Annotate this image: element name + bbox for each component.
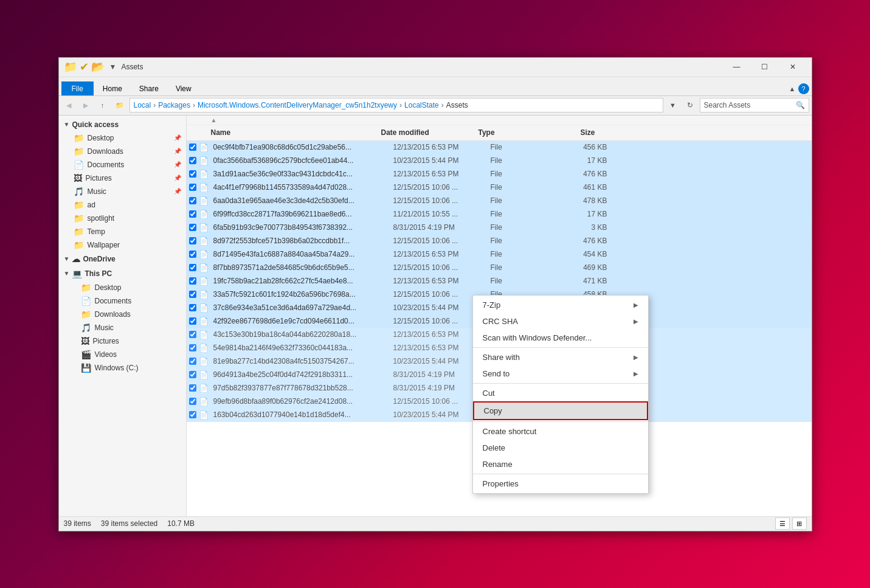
file-row-checkbox[interactable] — [187, 358, 199, 365]
ctx-item-defender[interactable]: Scan with Windows Defender... — [473, 330, 648, 346]
sidebar-item-pc-videos[interactable]: 🎬 Videos — [59, 348, 186, 361]
sidebar-section-quick-access[interactable]: ▼ Quick access — [59, 118, 186, 131]
tab-share[interactable]: Share — [131, 81, 167, 95]
close-button[interactable]: ✕ — [779, 57, 807, 77]
back-button[interactable]: ◀ — [61, 98, 76, 112]
file-checkbox[interactable] — [189, 277, 196, 285]
file-row-checkbox[interactable] — [187, 224, 199, 231]
tab-file[interactable]: File — [61, 81, 94, 95]
col-header-size[interactable]: Size — [539, 128, 600, 137]
details-view-button[interactable]: ☰ — [775, 517, 790, 530]
refresh-button[interactable]: ↻ — [683, 98, 697, 112]
file-checkbox[interactable] — [189, 331, 196, 338]
file-row-checkbox[interactable] — [187, 277, 199, 285]
file-checkbox[interactable] — [189, 411, 196, 418]
table-row[interactable]: 📄 0fac3566baf536896c2579bcfc6ee01ab44...… — [187, 154, 812, 168]
table-row[interactable]: 📄 8f7bb8973571a2de584685c9b6dc65b9e5... … — [187, 261, 812, 275]
sidebar-item-ad[interactable]: 📁 ad — [59, 198, 186, 212]
ctx-item-send-to[interactable]: Send to ▶ — [473, 365, 648, 382]
breadcrumb-local[interactable]: Local — [134, 101, 151, 109]
recent-locations-button[interactable]: 📁 — [112, 98, 127, 112]
table-row[interactable]: 📄 0ec9f4bfb71ea908c68d6c05d1c29abe56... … — [187, 141, 812, 154]
breadcrumb-manager[interactable]: Microsoft.Windows.ContentDeliveryManager… — [198, 101, 397, 109]
file-checkbox[interactable] — [189, 344, 196, 351]
table-row[interactable]: 📄 8d972f2553bfce571b398b6a02bccdbb1f... … — [187, 235, 812, 248]
sidebar-item-pc-pictures[interactable]: 🖼 Pictures — [59, 334, 186, 348]
file-row-checkbox[interactable] — [187, 184, 199, 191]
file-checkbox[interactable] — [189, 304, 196, 311]
ctx-item-share-with[interactable]: Share with ▶ — [473, 349, 648, 365]
table-row[interactable]: 📄 8d71495e43fa1c6887a8840aa45ba74a29... … — [187, 248, 812, 261]
file-row-checkbox[interactable] — [187, 371, 199, 378]
sidebar-item-pc-downloads[interactable]: 📁 Downloads — [59, 308, 186, 321]
sidebar-item-documents-quick[interactable]: 📄 Documents 📌 — [59, 158, 186, 171]
file-checkbox[interactable] — [189, 264, 196, 271]
file-checkbox[interactable] — [189, 224, 196, 231]
sidebar-item-spotlight[interactable]: 📁 spotlight — [59, 212, 186, 225]
ctx-item-rename[interactable]: Rename — [473, 456, 648, 472]
file-checkbox[interactable] — [189, 317, 196, 325]
file-row-checkbox[interactable] — [187, 384, 199, 392]
file-checkbox[interactable] — [189, 184, 196, 191]
tab-home[interactable]: Home — [95, 81, 130, 95]
sidebar-item-pc-windows[interactable]: 💾 Windows (C:) — [59, 361, 186, 375]
file-row-checkbox[interactable] — [187, 170, 199, 178]
file-row-checkbox[interactable] — [187, 210, 199, 218]
ctx-item-crcsha[interactable]: CRC SHA ▶ — [473, 313, 648, 330]
sidebar-item-wallpaper[interactable]: 📁 Wallpaper — [59, 238, 186, 252]
breadcrumb-packages[interactable]: Packages — [158, 101, 190, 109]
table-row[interactable]: 📄 6fa5b91b93c9e700773b849543f6738392... … — [187, 221, 812, 235]
sidebar-section-onedrive[interactable]: ▼ ☁ OneDrive — [59, 252, 186, 266]
file-row-checkbox[interactable] — [187, 331, 199, 338]
sidebar-item-music-quick[interactable]: 🎵 Music 📌 — [59, 185, 186, 198]
file-row-checkbox[interactable] — [187, 264, 199, 271]
file-checkbox[interactable] — [189, 371, 196, 378]
help-icon[interactable]: ? — [798, 83, 809, 94]
col-header-type[interactable]: Type — [478, 128, 539, 137]
ctx-item-delete[interactable]: Delete — [473, 440, 648, 456]
tab-view[interactable]: View — [168, 81, 199, 95]
search-input[interactable] — [704, 101, 796, 109]
file-checkbox[interactable] — [189, 197, 196, 204]
file-row-checkbox[interactable] — [187, 411, 199, 418]
file-checkbox[interactable] — [189, 144, 196, 151]
col-header-name[interactable]: Name — [187, 128, 381, 137]
sidebar-item-pc-music[interactable]: 🎵 Music — [59, 321, 186, 334]
file-row-checkbox[interactable] — [187, 304, 199, 311]
sidebar-item-pc-documents[interactable]: 📄 Documents — [59, 294, 186, 308]
sidebar-item-downloads-quick[interactable]: 📁 Downloads 📌 — [59, 145, 186, 158]
sidebar-section-thispc[interactable]: ▼ 💻 This PC — [59, 266, 186, 281]
forward-button[interactable]: ▶ — [78, 98, 93, 112]
file-checkbox[interactable] — [189, 170, 196, 178]
sidebar-item-desktop-quick[interactable]: 📁 Desktop 📌 — [59, 131, 186, 145]
ctx-item-7zip[interactable]: 7-Zip ▶ — [473, 297, 648, 313]
minimize-button[interactable]: — — [723, 57, 751, 77]
file-row-checkbox[interactable] — [187, 317, 199, 325]
file-checkbox[interactable] — [189, 384, 196, 392]
large-icons-view-button[interactable]: ⊞ — [792, 517, 807, 530]
col-header-date[interactable]: Date modified — [381, 128, 478, 137]
dropdown-locations-button[interactable]: ▼ — [666, 98, 680, 112]
ctx-item-copy[interactable]: Copy — [473, 401, 648, 420]
sidebar-item-temp[interactable]: 📁 Temp — [59, 225, 186, 238]
file-row-checkbox[interactable] — [187, 197, 199, 204]
file-row-checkbox[interactable] — [187, 291, 199, 298]
sidebar-item-pc-desktop[interactable]: 📁 Desktop — [59, 281, 186, 294]
ctx-item-cut[interactable]: Cut — [473, 385, 648, 401]
file-checkbox[interactable] — [189, 398, 196, 405]
table-row[interactable]: 📄 4ac4f1ef79968b11455733589a4d47d028... … — [187, 181, 812, 195]
file-row-checkbox[interactable] — [187, 344, 199, 351]
file-row-checkbox[interactable] — [187, 157, 199, 164]
table-row[interactable]: 📄 19fc758b9ac21ab28fc662c27fc54aeb4e8...… — [187, 275, 812, 288]
file-row-checkbox[interactable] — [187, 237, 199, 244]
maximize-button[interactable]: ☐ — [751, 57, 779, 77]
ctx-item-properties[interactable]: Properties — [473, 476, 648, 492]
file-row-checkbox[interactable] — [187, 251, 199, 258]
file-checkbox[interactable] — [189, 210, 196, 218]
file-checkbox[interactable] — [189, 251, 196, 258]
file-checkbox[interactable] — [189, 358, 196, 365]
table-row[interactable]: 📄 6aa0da31e965aae46e3c3de4d2c5b30efd... … — [187, 195, 812, 208]
table-row[interactable]: 📄 3a1d91aac5e36c9e0f33ac9431dcbdc41c... … — [187, 168, 812, 181]
up-button[interactable]: ↑ — [95, 98, 110, 112]
file-row-checkbox[interactable] — [187, 398, 199, 405]
